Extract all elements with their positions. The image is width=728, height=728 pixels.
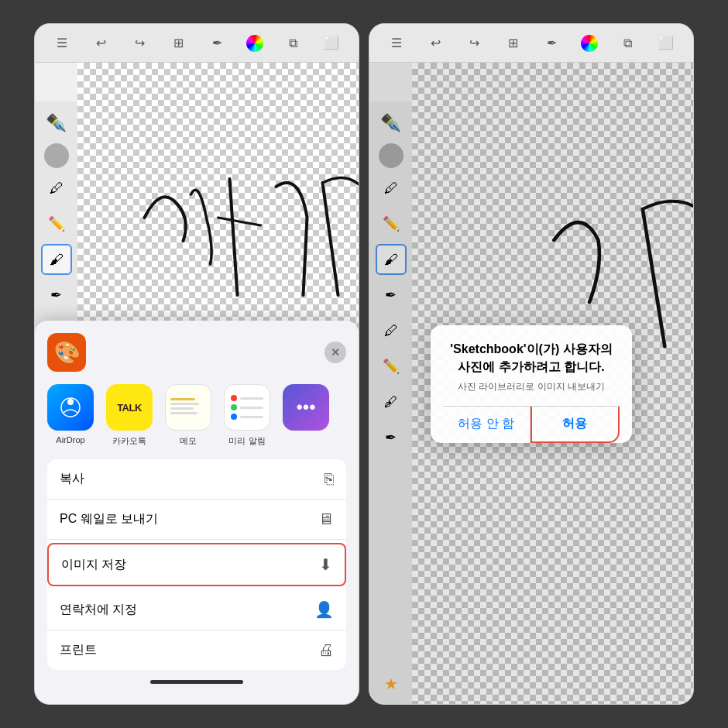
upload-icon: 🖥: [318, 510, 334, 528]
share-sheet-header: 🎨 ✕: [47, 333, 346, 372]
share-app-memo[interactable]: 메모: [165, 384, 211, 447]
dialog-overlay: 'Sketchbook'이(가) 사용자의 사진에 추가하려고 합니다. 사진 …: [369, 63, 693, 705]
share-menu-copy[interactable]: 복사 ⎘: [47, 459, 346, 500]
brush-item-2[interactable]: 🖊: [41, 173, 72, 204]
permission-dialog: 'Sketchbook'이(가) 사용자의 사진에 추가하려고 합니다. 사진 …: [431, 325, 632, 443]
print-label: 프린트: [60, 642, 97, 658]
save-icon: ⬇: [319, 555, 332, 574]
share-sheet-close-button[interactable]: ✕: [325, 342, 346, 363]
canvas-area[interactable]: [77, 63, 359, 365]
save-image-label: 이미지 저장: [61, 557, 126, 573]
home-indicator: [47, 670, 346, 693]
share-sheet: 🎨 ✕ AirDrop TALK 카카오톡: [35, 321, 359, 705]
share-menu-print[interactable]: 프린트 🖨: [47, 630, 346, 670]
brush-item-circle[interactable]: [44, 143, 69, 168]
dialog-buttons: 허용 안 함 허용: [443, 406, 620, 443]
right-toolbar-list-icon[interactable]: [387, 34, 406, 53]
memo-label: 메모: [180, 435, 197, 447]
print-icon: 🖨: [318, 641, 334, 659]
share-menu-list: 복사 ⎘ PC 웨일로 보내기 🖥 이미지 저장 ⬇ 연: [47, 459, 346, 670]
memo-icon: [165, 384, 211, 431]
right-toolbar-grid-icon[interactable]: [503, 34, 522, 53]
brush-item-selected[interactable]: 🖌: [41, 244, 72, 275]
contact-icon: 👤: [314, 600, 334, 619]
toolbar-pen-icon[interactable]: [208, 34, 226, 53]
share-menu-save-image[interactable]: 이미지 저장 ⬇: [47, 543, 346, 586]
copy-label: 복사: [60, 471, 84, 487]
left-toolbar: [35, 24, 359, 63]
dialog-cancel-button[interactable]: 허용 안 함: [443, 407, 531, 443]
right-color-wheel-icon[interactable]: [581, 35, 598, 52]
right-phone-screen: ✒️ 🖊 ✏️ 🖌 ✒ 🖊 ✏️ 🖋 ✒ ★: [369, 23, 694, 705]
more-apps-icon: •••: [283, 384, 329, 431]
share-app-reminder[interactable]: 미리 알림: [224, 384, 270, 447]
sketchbook-app-icon: 🎨: [47, 333, 86, 372]
reminder-icon: [224, 384, 270, 431]
pc-send-label: PC 웨일로 보내기: [60, 511, 158, 527]
share-app-kakao[interactable]: TALK 카카오톡: [106, 384, 153, 447]
contact-label: 연락처에 지정: [60, 602, 137, 618]
toolbar-grid-icon[interactable]: [169, 34, 187, 53]
dialog-subtitle: 사진 라이브러리로 이미지 내보내기: [443, 380, 620, 393]
brush-item-4[interactable]: ✒: [41, 280, 72, 311]
right-toolbar: [369, 24, 693, 63]
home-bar: [150, 680, 243, 684]
toolbar-layers-icon[interactable]: [283, 34, 302, 53]
brush-item-3[interactable]: ✏️: [41, 208, 72, 239]
dialog-confirm-button[interactable]: 허용: [531, 407, 620, 443]
airdrop-icon: [47, 384, 94, 431]
right-toolbar-redo-icon[interactable]: [465, 34, 483, 53]
copy-icon: ⎘: [325, 470, 334, 488]
right-toolbar-layers-icon[interactable]: [618, 34, 637, 53]
airdrop-label: AirDrop: [56, 435, 84, 445]
share-menu-pc-send[interactable]: PC 웨일로 보내기 🖥: [47, 500, 346, 540]
kakao-icon: TALK: [106, 384, 153, 431]
right-toolbar-crop-icon[interactable]: [657, 34, 675, 53]
share-apps-row: AirDrop TALK 카카오톡: [47, 384, 346, 447]
share-app-more[interactable]: •••: [283, 384, 329, 447]
kakao-label: 카카오톡: [112, 435, 146, 447]
dialog-title: 'Sketchbook'이(가) 사용자의 사진에 추가하려고 합니다.: [443, 341, 620, 376]
right-toolbar-pen-icon[interactable]: [542, 34, 561, 53]
svg-point-1: [67, 399, 74, 405]
toolbar-undo-icon[interactable]: [91, 34, 110, 53]
reminder-label: 미리 알림: [228, 435, 265, 447]
toolbar-list-icon[interactable]: [53, 34, 71, 53]
share-app-airdrop[interactable]: AirDrop: [47, 384, 94, 447]
left-phone-screen: ✒️ 🖊 ✏️ 🖌 ✒ 🖊 ✏️: [34, 23, 359, 705]
canvas-svg: [77, 63, 359, 365]
toolbar-crop-icon[interactable]: [322, 34, 341, 53]
share-menu-contact[interactable]: 연락처에 지정 👤: [47, 589, 346, 630]
toolbar-redo-icon[interactable]: [130, 34, 149, 53]
color-wheel-icon[interactable]: [246, 35, 263, 52]
brush-item-1[interactable]: ✒️: [41, 108, 72, 139]
right-toolbar-undo-icon[interactable]: [426, 34, 445, 53]
